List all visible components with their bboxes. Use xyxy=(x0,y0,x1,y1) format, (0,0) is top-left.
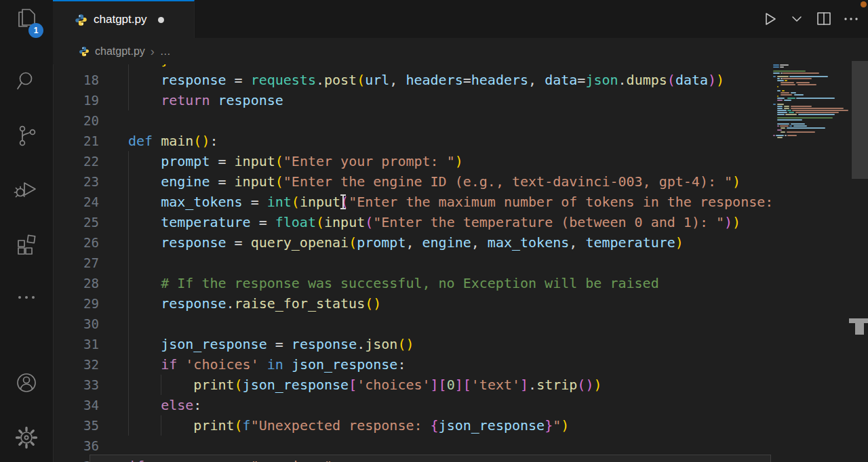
search-icon xyxy=(14,69,39,93)
line-number: 27 xyxy=(53,253,128,273)
minimap-line xyxy=(780,64,789,66)
minimap-line xyxy=(777,119,802,121)
code-line[interactable]: 24 max_tokens = int(input("Enter the max… xyxy=(53,192,773,212)
breadcrumb-item-symbol[interactable]: … xyxy=(160,45,171,58)
python-file-icon xyxy=(79,46,90,57)
code-line[interactable]: 19 return response xyxy=(53,90,773,110)
sidebar-item-run-debug[interactable] xyxy=(0,172,53,207)
code-line[interactable]: 29 response.raise_for_status() xyxy=(53,293,773,314)
code-line[interactable]: 36 xyxy=(53,436,773,456)
minimap-line xyxy=(792,110,848,111)
minimap-line xyxy=(785,135,787,136)
sidebar-item-search[interactable] xyxy=(0,64,53,99)
debug-icon xyxy=(13,177,40,203)
sidebar-item-extensions[interactable] xyxy=(0,226,53,261)
minimap-line xyxy=(773,64,779,66)
minimap-line xyxy=(777,76,789,77)
split-editor-button[interactable] xyxy=(814,9,834,29)
unsaved-changes-dot[interactable] xyxy=(158,17,164,23)
kebab-icon xyxy=(842,16,860,22)
minimap-line xyxy=(783,72,819,74)
minimap-line xyxy=(793,125,807,127)
code-text: def main(): xyxy=(128,131,773,151)
gear-icon xyxy=(13,424,40,451)
code-line[interactable]: 20 xyxy=(53,110,773,131)
code-line[interactable]: 17 } xyxy=(53,64,773,70)
minimap-line xyxy=(773,104,776,105)
code-line[interactable]: 27 xyxy=(53,253,773,273)
code-line[interactable]: 33 print(json_response['choices'][0]['te… xyxy=(53,375,773,395)
minimap[interactable] xyxy=(773,61,852,224)
account-button[interactable] xyxy=(0,365,53,400)
line-number: 33 xyxy=(53,375,128,395)
minimap-line xyxy=(780,66,784,68)
more-actions-button[interactable] xyxy=(841,9,861,29)
sidebar-item-more[interactable] xyxy=(0,280,53,315)
code-line[interactable]: 28 # If the response was successful, no … xyxy=(53,273,773,293)
code-text: print(f"Unexpected response: {json_respo… xyxy=(128,415,773,436)
code-line[interactable]: 34 else: xyxy=(53,395,773,415)
code-text: response = query_openai(prompt, engine, … xyxy=(128,232,773,253)
code-line[interactable]: 32 if 'choices' in json_response: xyxy=(53,354,773,375)
notification-dot xyxy=(861,1,867,7)
code-line[interactable]: 31 json_response = response.json() xyxy=(53,334,773,354)
minimap-line xyxy=(777,112,788,113)
code-text: prompt = input("Enter your prompt: ") xyxy=(128,151,773,171)
code-text xyxy=(128,253,773,273)
ibeam-cursor xyxy=(338,194,348,210)
line-number: 30 xyxy=(53,314,128,334)
sidebar-item-explorer[interactable]: 1 xyxy=(0,4,53,39)
scrollbar-thumb[interactable] xyxy=(852,61,868,179)
minimap-line xyxy=(777,125,779,127)
minimap-line xyxy=(781,131,785,133)
code-line[interactable]: 25 temperature = float(input("Enter the … xyxy=(53,212,773,232)
minimap-line xyxy=(773,72,780,74)
code-line[interactable]: 21def main(): xyxy=(53,131,773,151)
minimap-line xyxy=(773,66,779,68)
breadcrumb: chatgpt.py › … xyxy=(53,38,868,64)
minimap-line xyxy=(777,114,785,115)
line-number: 28 xyxy=(53,273,128,293)
code-text: print(json_response['choices'][0]['text'… xyxy=(128,375,773,395)
minimap-line xyxy=(795,112,839,113)
minimap-line xyxy=(777,123,789,125)
code-line[interactable]: 26 response = query_openai(prompt, engin… xyxy=(53,232,773,253)
minimap-line xyxy=(781,82,794,83)
code-text: # If the response was successful, no Exc… xyxy=(128,273,773,293)
scrollbar-marker xyxy=(855,323,864,335)
code-line[interactable]: 30 xyxy=(53,314,773,334)
minimap-line xyxy=(787,110,791,111)
sidebar-item-source-control[interactable] xyxy=(0,119,53,154)
line-number: 25 xyxy=(53,212,128,232)
minimap-line xyxy=(773,135,775,136)
minimap-line xyxy=(791,92,797,93)
minimap-line xyxy=(796,82,810,83)
run-dropdown-button[interactable] xyxy=(787,9,807,29)
minimap-line xyxy=(777,104,784,105)
breadcrumb-item-file[interactable]: chatgpt.py xyxy=(95,45,145,58)
minimap-line xyxy=(773,76,776,77)
minimap-line xyxy=(777,110,787,111)
code-text xyxy=(128,314,773,334)
code-text xyxy=(128,110,773,131)
tab-chatgpt-py[interactable]: chatgpt.py xyxy=(53,0,195,38)
line-number: 36 xyxy=(53,436,128,456)
minimap-line xyxy=(791,123,805,125)
minimap-line xyxy=(777,78,780,79)
minimap-line xyxy=(794,94,804,96)
code-line[interactable]: 23 engine = input("Enter the engine ID (… xyxy=(53,171,773,192)
code-line[interactable]: 37if __name__ == "__main__": xyxy=(53,456,773,462)
line-number: 31 xyxy=(53,334,128,354)
activity-bar: 1 xyxy=(0,0,54,462)
line-number: 24 xyxy=(53,192,128,212)
settings-button[interactable] xyxy=(0,420,53,455)
run-button[interactable] xyxy=(760,9,780,29)
editor-viewport[interactable]: 17 }18 response = requests.post(url, hea… xyxy=(53,64,773,462)
code-text: if __name__ == "__main__": xyxy=(128,456,773,462)
code-line[interactable]: 22 prompt = input("Enter your prompt: ") xyxy=(53,151,773,171)
vscode-window: 1 xyxy=(0,0,868,462)
line-number: 26 xyxy=(53,232,128,253)
code-line[interactable]: 18 response = requests.post(url, headers… xyxy=(53,70,773,90)
code-line[interactable]: 35 print(f"Unexpected response: {json_re… xyxy=(53,415,773,436)
chevron-down-icon xyxy=(791,15,802,23)
